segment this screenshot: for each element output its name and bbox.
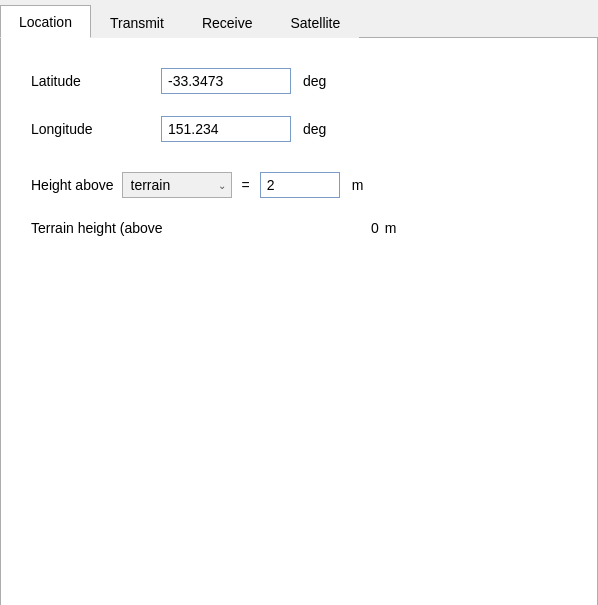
height-label: Height above: [31, 177, 114, 193]
tab-location[interactable]: Location: [0, 5, 91, 38]
height-dropdown[interactable]: terrain sea level ellipsoid: [122, 172, 232, 198]
latitude-input[interactable]: [161, 68, 291, 94]
terrain-unit: m: [385, 220, 397, 236]
latitude-unit: deg: [303, 73, 326, 89]
content-panel: Latitude deg Longitude deg Height above …: [0, 38, 598, 605]
terrain-row: Terrain height (above 0 m: [31, 220, 567, 236]
tab-satellite[interactable]: Satellite: [271, 6, 359, 38]
longitude-input[interactable]: [161, 116, 291, 142]
height-row: Height above terrain sea level ellipsoid…: [31, 172, 567, 198]
longitude-row: Longitude deg: [31, 116, 567, 142]
equals-sign: =: [242, 177, 250, 193]
height-unit: m: [352, 177, 364, 193]
latitude-row: Latitude deg: [31, 68, 567, 94]
tab-receive[interactable]: Receive: [183, 6, 272, 38]
terrain-value: 0: [371, 220, 379, 236]
latitude-label: Latitude: [31, 73, 161, 89]
tab-bar: Location Transmit Receive Satellite: [0, 0, 598, 38]
longitude-label: Longitude: [31, 121, 161, 137]
longitude-unit: deg: [303, 121, 326, 137]
tab-transmit[interactable]: Transmit: [91, 6, 183, 38]
dropdown-wrapper: terrain sea level ellipsoid ⌄: [122, 172, 232, 198]
terrain-label: Terrain height (above: [31, 220, 371, 236]
height-value-input[interactable]: [260, 172, 340, 198]
